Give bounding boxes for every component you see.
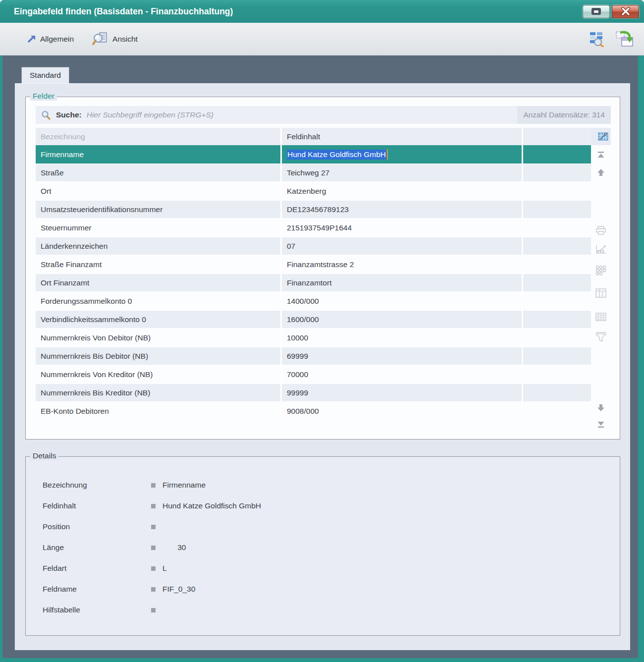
row-value[interactable]: 69999 xyxy=(282,347,523,365)
row-label[interactable]: Nummernkreis Bis Debitor (NB) xyxy=(36,347,282,365)
tab-standard[interactable]: Standard xyxy=(21,67,69,83)
row-extra-cell[interactable] xyxy=(523,329,591,347)
row-label[interactable]: Verbindlichkeitssammelkonto 0 xyxy=(36,311,282,328)
chart-icon[interactable] xyxy=(595,245,606,254)
svg-text:Σ: Σ xyxy=(601,291,604,298)
detail-row: Hilfstabelle xyxy=(35,600,610,620)
row-label[interactable]: Nummernkreis Von Kreditor (NB) xyxy=(36,365,282,384)
table-row[interactable]: Straße Teichweg 27 xyxy=(36,164,591,182)
row-extra-cell[interactable] xyxy=(523,255,591,274)
open-in-window-button[interactable] xyxy=(612,29,637,49)
table-grid-icon[interactable] xyxy=(595,313,606,321)
table-row[interactable]: Steuernummer 2151937549P1644 xyxy=(36,219,591,237)
table-row[interactable]: Nummernkreis Bis Debitor (NB) 69999 xyxy=(36,347,591,365)
arrow-down-icon[interactable] xyxy=(596,404,605,412)
maximize-button[interactable] xyxy=(583,5,610,18)
search-input-placeholder[interactable]: Hier Suchbegriff eingeben (STRG+S) xyxy=(87,110,214,119)
scroll-to-top-icon[interactable] xyxy=(596,151,605,159)
row-label[interactable]: Forderungssammelkonto 0 xyxy=(36,292,282,310)
sum-table-icon[interactable]: Σ xyxy=(595,288,606,298)
table-row[interactable]: Umsatzsteueridentifikationsnummer DE1234… xyxy=(36,200,591,219)
column-header-bezeichnung[interactable]: Bezeichnung xyxy=(36,128,282,145)
row-extra-cell[interactable] xyxy=(523,347,591,365)
row-extra-cell[interactable] xyxy=(523,201,591,218)
row-label[interactable]: Straße Finanzamt xyxy=(36,255,282,274)
table-row[interactable]: Nummernkreis Von Kreditor (NB) 70000 xyxy=(36,365,591,384)
column-header-feldinhalt[interactable]: Feldinhalt xyxy=(282,128,523,145)
cells-icon[interactable] xyxy=(595,266,606,276)
row-label[interactable]: Straße xyxy=(36,164,282,181)
row-value-cell[interactable]: Hund Katze Goldfisch GmbH xyxy=(282,145,523,164)
row-value[interactable]: DE123456789123 xyxy=(282,201,523,218)
detail-value: FIF_0_30 xyxy=(162,585,195,594)
row-value[interactable]: 07 xyxy=(282,237,523,255)
table-row[interactable]: Nummernkreis Von Debitor (NB) 10000 xyxy=(36,329,591,347)
row-label[interactable]: Ort xyxy=(36,182,282,200)
details-group-body: Bezeichnung Firmenname Feldinhalt Hund K… xyxy=(26,457,620,635)
row-value[interactable]: 70000 xyxy=(282,365,523,384)
row-label[interactable]: Ort Finanzamt xyxy=(36,274,282,291)
filter-funnel-icon[interactable] xyxy=(595,332,607,342)
row-value[interactable]: Finanzamtstrasse 2 xyxy=(282,255,523,274)
row-value[interactable]: Teichweg 27 xyxy=(282,164,523,181)
row-value[interactable]: 99999 xyxy=(282,384,523,401)
detail-label: Bezeichnung xyxy=(35,481,151,490)
bullet-icon xyxy=(151,608,156,612)
row-value[interactable]: 9008/000 xyxy=(282,402,523,420)
table-row[interactable]: Länderkennzeichen 07 xyxy=(36,237,591,255)
arrow-up-right-icon xyxy=(27,34,36,44)
detail-label: Feldart xyxy=(35,564,151,573)
row-extra-cell[interactable] xyxy=(523,164,591,181)
row-label[interactable]: Länderkennzeichen xyxy=(36,237,282,255)
row-label[interactable]: Nummernkreis Bis Kreditor (NB) xyxy=(36,384,282,401)
scroll-to-bottom-icon[interactable] xyxy=(596,421,605,428)
allgemein-menu[interactable]: Allgemein xyxy=(24,32,77,46)
row-label[interactable]: EB-Konto Debitoren xyxy=(36,402,282,420)
row-value[interactable]: 10000 xyxy=(282,329,523,347)
row-label[interactable]: Nummernkreis Von Debitor (NB) xyxy=(36,329,282,347)
felder-group-body: Suche: Hier Suchbegriff eingeben (STRG+S… xyxy=(26,97,620,439)
table-row[interactable]: Nummernkreis Bis Kreditor (NB) 99999 xyxy=(36,384,591,402)
table-row[interactable]: Ort Katzenberg xyxy=(36,182,591,200)
search-bar[interactable]: Suche: Hier Suchbegriff eingeben (STRG+S… xyxy=(36,106,611,124)
row-value[interactable]: 1600/000 xyxy=(282,311,523,328)
row-extra-cell[interactable] xyxy=(523,182,591,200)
detail-label: Feldname xyxy=(35,585,151,594)
window-title: Eingabefeld finden (Basisdaten - Finanzb… xyxy=(14,6,583,17)
row-value[interactable]: Finanzamtort xyxy=(282,274,523,291)
row-extra-cell[interactable] xyxy=(523,311,591,328)
row-extra-cell[interactable] xyxy=(523,384,591,401)
search-icon xyxy=(41,110,51,120)
row-extra-cell[interactable] xyxy=(523,292,591,310)
table-row[interactable]: Firmenname Hund Katze Goldfisch GmbH xyxy=(36,145,591,164)
row-value-selected-text[interactable]: Hund Katze Goldfisch GmbH xyxy=(287,150,386,160)
row-extra-cell[interactable] xyxy=(523,365,591,384)
maximize-icon xyxy=(591,8,601,15)
app-window: Eingabefeld finden (Basisdaten - Finanzb… xyxy=(0,0,644,662)
row-extra-cell[interactable] xyxy=(523,145,591,164)
close-button[interactable] xyxy=(612,5,639,18)
row-label[interactable]: Steuernummer xyxy=(36,219,282,237)
table-row[interactable]: Straße Finanzamt Finanzamtstrasse 2 xyxy=(36,255,591,274)
row-extra-cell[interactable] xyxy=(523,237,591,255)
table-row[interactable]: EB-Konto Debitoren 9008/000 xyxy=(36,402,591,420)
row-extra-cell[interactable] xyxy=(523,402,591,420)
table-row[interactable]: Verbindlichkeitssammelkonto 0 1600/000 xyxy=(36,310,591,329)
row-value[interactable]: 1400/000 xyxy=(282,292,523,310)
table-row[interactable]: Forderungssammelkonto 0 1400/000 xyxy=(36,292,591,310)
ansicht-menu[interactable]: Ansicht xyxy=(89,30,141,49)
row-label[interactable]: Umsatzsteueridentifikationsnummer xyxy=(36,201,282,218)
row-value[interactable]: 2151937549P1644 xyxy=(282,219,523,237)
detail-row: Feldart L xyxy=(35,558,610,579)
arrow-up-icon[interactable] xyxy=(596,168,605,176)
column-settings-button[interactable] xyxy=(591,128,611,145)
row-extra-cell[interactable] xyxy=(523,219,591,237)
printer-icon[interactable] xyxy=(595,226,606,235)
column-header-extra xyxy=(523,128,591,145)
row-label[interactable]: Firmenname xyxy=(36,145,282,164)
table-row[interactable]: Ort Finanzamt Finanzamtort xyxy=(36,274,591,292)
row-extra-cell[interactable] xyxy=(523,274,591,291)
table-search-button[interactable] xyxy=(586,30,607,49)
row-value[interactable]: Katzenberg xyxy=(282,182,523,200)
detail-row: Bezeichnung Firmenname xyxy=(35,475,610,496)
